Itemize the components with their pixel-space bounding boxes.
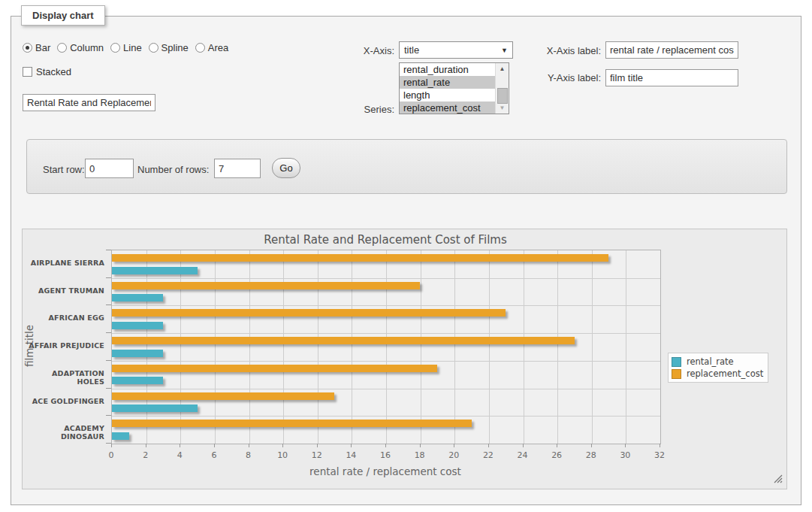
- y-axis-tick: [106, 250, 111, 250]
- x-axis-tick-label: 28: [580, 450, 602, 460]
- x-axis-tick: [111, 444, 112, 447]
- x-axis-tick-label: 0: [100, 450, 122, 460]
- gridline: [489, 250, 490, 444]
- x-axis-tick-label: 16: [374, 450, 397, 460]
- x-axis-tick: [351, 444, 352, 447]
- stacked-label: Stacked: [36, 66, 71, 77]
- legend-label-replacement_cost: replacement_cost: [687, 368, 763, 379]
- bar-replacement_cost: [112, 365, 437, 372]
- x-axis-tick: [660, 444, 660, 447]
- y-axis-tick: [106, 332, 111, 333]
- legend-label-rental_rate: rental_rate: [687, 356, 734, 367]
- y-category-label: AGENT TRUMAN: [23, 286, 104, 295]
- x-axis-tick-label: 8: [237, 450, 260, 460]
- bar-replacement_cost: [112, 420, 472, 427]
- gridline: [112, 333, 660, 334]
- plot-grid: [111, 250, 661, 444]
- legend-swatch-replacement_cost: [672, 369, 681, 379]
- chart-type-option-area[interactable]: Area: [195, 42, 228, 53]
- scroll-down-icon[interactable]: ▼: [496, 105, 509, 111]
- x-axis-tick-label: 26: [545, 450, 568, 460]
- gridline: [318, 250, 318, 444]
- gridline: [112, 305, 660, 306]
- series-select-label: Series:: [300, 104, 394, 115]
- x-axis-tick: [385, 444, 386, 447]
- x-axis-title: rental rate / replacement cost: [111, 465, 660, 477]
- x-axis-tick: [625, 444, 626, 447]
- bar-rental_rate: [112, 322, 163, 329]
- x-axis-tick: [214, 444, 215, 447]
- number-of-rows-label: Number of rows:: [137, 164, 209, 175]
- x-axis-tick: [557, 444, 557, 447]
- x-axis-tick-label: 22: [477, 450, 500, 460]
- start-row-input[interactable]: [85, 159, 134, 178]
- gridline: [454, 250, 455, 444]
- chart-panel: Rental Rate and Replacement Cost of Film…: [22, 229, 787, 489]
- resize-handle-icon[interactable]: [774, 474, 783, 483]
- chart-title-input[interactable]: [23, 94, 155, 111]
- bar-rental_rate: [112, 267, 198, 274]
- y-category-label: ADAPTATION HOLES: [23, 369, 104, 386]
- chart-type-option-bar[interactable]: Bar: [23, 42, 50, 53]
- x-axis-tick-label: 4: [168, 450, 191, 460]
- x-axis-label-label: X-Axis label:: [496, 45, 601, 56]
- y-axis-label-input[interactable]: [605, 69, 738, 86]
- x-axis-tick: [180, 444, 180, 447]
- chart-type-option-column[interactable]: Column: [57, 42, 104, 53]
- x-axis-tick-label: 12: [306, 450, 328, 460]
- series-listbox[interactable]: rental_duration rental_rate length repla…: [399, 62, 509, 114]
- y-axis-tick: [106, 415, 111, 416]
- number-of-rows-input[interactable]: [214, 159, 261, 178]
- chart-type-option-spline[interactable]: Spline: [149, 42, 189, 53]
- chart-type-label-bar: Bar: [35, 42, 50, 53]
- x-axis-tick-label: 24: [512, 450, 534, 460]
- gridline: [215, 250, 216, 444]
- x-axis-tick-label: 6: [203, 450, 225, 460]
- gridline: [112, 278, 660, 279]
- go-button[interactable]: Go: [272, 158, 300, 178]
- bar-rental_rate: [112, 294, 163, 301]
- y-category-label: AFRICAN EGG: [23, 314, 104, 322]
- x-axis-label-input[interactable]: [605, 41, 738, 59]
- scrollbar-thumb[interactable]: [497, 88, 508, 104]
- scroll-up-icon[interactable]: ▲: [496, 65, 509, 72]
- x-axis-tick: [249, 444, 249, 447]
- series-option-replacement-cost[interactable]: replacement_cost: [400, 101, 497, 114]
- series-option-rental-duration[interactable]: rental_duration: [400, 63, 497, 76]
- stacked-checkbox[interactable]: [23, 67, 32, 77]
- y-axis-label-label: Y-Axis label:: [496, 72, 601, 83]
- gridline: [180, 250, 181, 444]
- panel-legend-title: Display chart: [21, 5, 105, 26]
- chart-type-radio-area[interactable]: [195, 43, 205, 53]
- bar-replacement_cost: [112, 337, 575, 344]
- x-axis-tick-label: 18: [409, 450, 431, 460]
- x-axis-tick: [146, 444, 146, 447]
- y-axis-tick: [106, 277, 111, 278]
- x-axis-tick: [420, 444, 421, 447]
- series-option-rental-rate[interactable]: rental_rate: [400, 76, 497, 89]
- chart-type-label-area: Area: [208, 42, 228, 53]
- gridline: [386, 250, 387, 444]
- chart-type-option-line[interactable]: Line: [110, 42, 142, 53]
- chart-type-radio-bar[interactable]: [23, 43, 32, 53]
- x-axis-tick: [488, 444, 489, 447]
- chart-type-label-spline: Spline: [161, 42, 189, 53]
- y-axis-tick: [106, 304, 111, 305]
- gridline: [249, 250, 250, 444]
- chart-type-radio-column[interactable]: [57, 43, 67, 53]
- x-axis-tick-label: 20: [442, 450, 465, 460]
- x-axis-selected-value: title: [404, 44, 419, 56]
- stacked-option[interactable]: Stacked: [23, 66, 71, 77]
- chart-type-label-column: Column: [70, 42, 104, 53]
- x-axis-tick: [523, 444, 524, 447]
- gridline: [112, 389, 660, 389]
- bar-rental_rate: [112, 404, 198, 412]
- bar-replacement_cost: [112, 309, 506, 317]
- chart-type-radio-spline[interactable]: [149, 43, 158, 53]
- chart-type-radio-line[interactable]: [110, 43, 120, 53]
- x-axis-tick: [282, 444, 283, 447]
- gridline: [146, 250, 147, 444]
- series-list-scrollbar[interactable]: ▲ ▼: [495, 63, 509, 114]
- series-option-length[interactable]: length: [400, 89, 497, 101]
- y-category-label: AFFAIR PREJUDICE: [23, 341, 104, 350]
